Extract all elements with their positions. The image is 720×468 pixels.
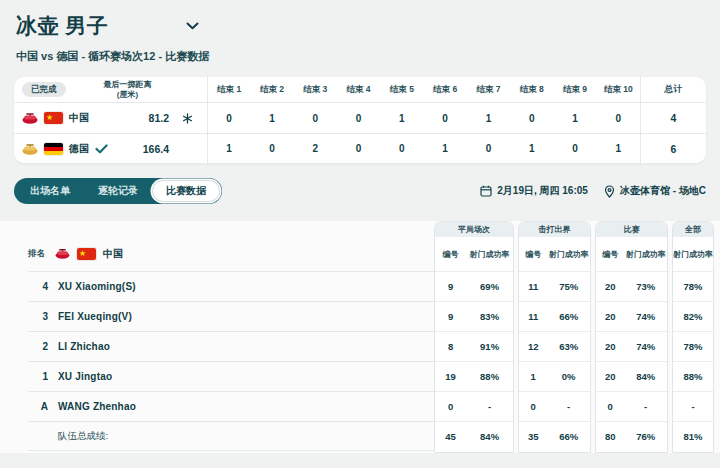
toolbar: 出场名单 逐轮记录 比赛数据 2月19日, 周四 16:05 冰壶体育馆 - 场… — [14, 178, 706, 204]
germany-flag-icon — [44, 143, 63, 155]
stat-values-row: 2073% — [596, 271, 667, 301]
page-title: 冰壶 男子 — [16, 12, 108, 40]
stat-value: - — [644, 401, 647, 412]
end-header: 结束 1 — [207, 77, 250, 102]
tab-lineup[interactable]: 出场名单 — [16, 180, 84, 202]
stat-value: - — [567, 401, 570, 412]
player-rank: 4 — [28, 281, 48, 292]
stat-value: 63% — [559, 341, 578, 352]
player-rank: A — [28, 401, 48, 412]
stat-values-row: 1175% — [519, 271, 590, 301]
location-pin-icon — [604, 185, 615, 198]
stat-value: 88% — [480, 371, 499, 382]
winner-check-icon — [95, 144, 108, 154]
end-score: 1 — [207, 134, 250, 163]
stat-value: 74% — [636, 341, 655, 352]
stat-group-label: 比赛 — [596, 222, 667, 237]
stat-subheader: 射门成功率 — [549, 249, 589, 260]
stat-values-row: 2074% — [596, 301, 667, 331]
stat-values-row: 1988% — [435, 361, 513, 391]
stat-values-row: 983% — [435, 301, 513, 331]
end-header: 结束 2 — [250, 77, 293, 102]
end-score: 1 — [423, 134, 466, 163]
scoreboard-header-row: 已完成 最后一掷距离 (厘米) 结束 1结束 2结束 3结束 4结束 5结束 6… — [14, 77, 706, 103]
tab-bar: 出场名单 逐轮记录 比赛数据 — [14, 178, 222, 204]
stat-value: - — [691, 401, 694, 412]
stat-group-label: 平局场次 — [435, 222, 513, 237]
player-row: 4XU Xiaoming(S) — [28, 271, 434, 301]
end-score: 0 — [380, 134, 423, 163]
total-column-header: 总计 — [640, 77, 706, 102]
stat-subheader: 编号 — [443, 249, 459, 260]
stat-value: 11 — [528, 311, 538, 322]
stat-value: 88% — [683, 371, 702, 382]
stat-values-row: - — [673, 391, 713, 421]
stat-value: 76% — [636, 431, 655, 442]
end-score: 0 — [337, 103, 380, 133]
team-name: 中国 — [69, 111, 89, 125]
stat-value: 20 — [605, 281, 616, 292]
end-header: 结束 7 — [467, 77, 510, 102]
stat-value: 83% — [480, 311, 499, 322]
stat-group-0: 平局场次编号射门成功率969%983%891%1988%0-4584% — [434, 221, 514, 453]
player-list: 排名 ★ 中国 4XU Xiaoming(S)3FEI Xueqing(V)2L… — [28, 221, 434, 453]
stat-value: 80 — [605, 431, 616, 442]
stat-values-row: 88% — [673, 361, 713, 391]
stat-value: 20 — [605, 311, 616, 322]
stat-values-row: 4584% — [435, 421, 513, 451]
end-score: 0 — [423, 103, 466, 133]
stat-subheaders: 编号射门成功率 — [435, 237, 513, 271]
scoreboard-card: 已完成 最后一掷距离 (厘米) 结束 1结束 2结束 3结束 4结束 5结束 6… — [14, 77, 706, 163]
player-rank: 3 — [28, 311, 48, 322]
team-total-score: 6 — [640, 134, 706, 163]
stat-values-row: 78% — [673, 331, 713, 361]
last-stone-distance: 81.2 — [123, 112, 169, 124]
status-badge: 已完成 — [22, 82, 66, 97]
curling-stone-icon — [22, 112, 38, 124]
player-rank: 1 — [28, 371, 48, 382]
stat-value: 0% — [562, 371, 576, 382]
stat-subheader: 编号 — [525, 249, 541, 260]
player-name: XU Xiaoming(S) — [58, 281, 136, 292]
last-stone-distance: 166.4 — [123, 143, 169, 155]
stat-values-row: 969% — [435, 271, 513, 301]
end-score: 0 — [250, 134, 293, 163]
end-score: 2 — [294, 134, 337, 163]
stat-value: 84% — [480, 431, 499, 442]
stat-value: 45 — [445, 431, 456, 442]
player-name: WANG Zhenhao — [58, 401, 136, 412]
chevron-down-icon[interactable] — [186, 22, 199, 30]
end-header: 结束 10 — [597, 77, 640, 102]
stat-values-row: 0- — [435, 391, 513, 421]
stat-value: 75% — [559, 281, 578, 292]
player-stats-section: 排名 ★ 中国 4XU Xiaoming(S)3FEI Xueqing(V)2L… — [0, 221, 720, 453]
curling-stone-icon — [22, 143, 38, 155]
stat-value: 8 — [448, 341, 453, 352]
end-score: 0 — [510, 103, 553, 133]
stat-value: 78% — [683, 341, 702, 352]
tab-match-data[interactable]: 比赛数据 — [152, 180, 220, 202]
stat-value: 78% — [683, 281, 702, 292]
stat-group-2: 比赛编号射门成功率2073%2074%2074%2084%0-8076% — [595, 221, 668, 453]
end-score: 1 — [597, 134, 640, 163]
end-score: 0 — [553, 134, 596, 163]
end-score: 0 — [597, 103, 640, 133]
stat-group-label: 击打出界 — [519, 222, 590, 237]
stat-subheaders: 编号射门成功率 — [596, 237, 667, 271]
stat-values-row: 82% — [673, 301, 713, 331]
hammer-icon — [175, 113, 199, 124]
stat-values-row: 0- — [596, 391, 667, 421]
tab-round-records[interactable]: 逐轮记录 — [84, 180, 152, 202]
scoreboard-team-row-germany: 德国 166.4 10200101016 — [14, 133, 706, 163]
end-header: 结束 4 — [337, 77, 380, 102]
rank-column-header: 排名 — [28, 248, 48, 260]
stat-subheader: 射门成功率 — [673, 249, 713, 260]
stat-subheader: 射门成功率 — [626, 249, 666, 260]
end-score: 1 — [380, 103, 423, 133]
player-row: AWANG Zhenhao — [28, 391, 434, 421]
stat-group-label: 全部 — [673, 222, 713, 237]
stat-value: 81% — [683, 431, 702, 442]
end-header: 结束 8 — [510, 77, 553, 102]
end-score: 1 — [250, 103, 293, 133]
stat-subheader: 射门成功率 — [470, 249, 510, 260]
